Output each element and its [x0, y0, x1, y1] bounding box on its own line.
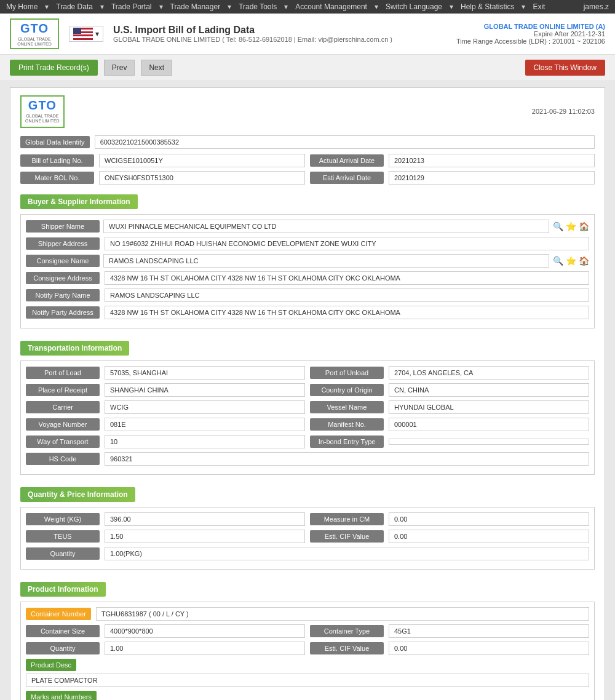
nav-switch-lang[interactable]: Switch Language [386, 2, 442, 11]
notify-name-row: Notify Party Name RAMOS LANDSCAPING LLC [26, 288, 589, 302]
container-num-label: Container Number [26, 608, 91, 620]
teus-label: TEUS [26, 530, 100, 543]
product-desc-label: Product Desc [26, 659, 76, 671]
country-origin-value: CN, CHINA [389, 383, 589, 397]
shipper-search-icon[interactable]: 🔍 [553, 221, 563, 231]
close-top-button[interactable]: Close This Window [525, 60, 605, 76]
teus-row: TEUS 1.50 Esti. CIF Value 0.00 [26, 530, 589, 543]
time-range-label: Time Range Accessible (LDR) : 201001 ~ 2… [456, 38, 605, 45]
hs-row: HS Code 960321 [26, 452, 589, 466]
notify-name-value: RAMOS LANDSCAPING LLC [105, 288, 589, 302]
marks-label: Marks and Numbers [26, 691, 97, 700]
consignee-address-label: Consignee Address [26, 272, 100, 284]
esti-arrival-label: Esti Arrival Date [310, 172, 384, 184]
manifest-label: Manifest No. [310, 418, 384, 431]
esti-cif-label: Esti. CIF Value [310, 530, 384, 543]
prod-cif-label: Esti. CIF Value [310, 642, 384, 654]
nav-trade-data[interactable]: Trade Data [56, 2, 93, 11]
container-num-value: TGHU6831987 ( 00 / L / CY ) [96, 607, 589, 621]
shipper-name-value: WUXI PINNACLE MECHANICAL EQUIPMENT CO LT… [103, 220, 549, 233]
consignee-home-icon[interactable]: 🏠 [579, 256, 589, 266]
prod-qty-row: Quantity 1.00 Esti. CIF Value 0.00 [26, 642, 589, 655]
weight-value: 396.00 [105, 512, 305, 526]
nav-help[interactable]: Help & Statistics [461, 2, 514, 11]
consignee-action-icons: 🔍 ⭐ 🏠 [553, 256, 589, 266]
prev-top-button[interactable]: Prev [104, 60, 135, 76]
shipper-address-row: Shipper Address NO 19#6032 ZHIHUI ROAD H… [26, 237, 589, 250]
document-date: 2021-06-29 11:02:03 [532, 108, 595, 115]
marks-block: Marks and Numbers NO MARKS [26, 691, 589, 700]
header-right-info: GLOBAL TRADE ONLINE LIMITED (A) Expire A… [456, 23, 605, 45]
notify-address-value: 4328 NW 16 TH ST OKLAHOMA CITY 4328 NW 1… [105, 306, 589, 319]
vessel-name-value: HYUNDAI GLOBAL [389, 400, 589, 414]
global-id-label: Global Data Identity [20, 136, 90, 148]
port-unload-label: Port of Unload [310, 367, 384, 379]
bol-no-value: WCIGSE1010051Y [99, 154, 305, 167]
in-bond-value [389, 439, 589, 445]
top-toolbar: Print Trade Record(s) Prev Next Close Th… [0, 55, 615, 81]
prod-cif-value: 0.00 [389, 642, 589, 655]
prod-qty-label: Quantity [26, 642, 100, 654]
port-row: Port of Load 57035, SHANGHAI Port of Unl… [26, 366, 589, 380]
shipper-star-icon[interactable]: ⭐ [566, 221, 576, 231]
way-transport-value: 10 [105, 435, 305, 448]
nav-sep1: ▾ [45, 2, 49, 11]
page-title: U.S. Import Bill of Lading Data [113, 25, 456, 36]
consignee-name-label: Consignee Name [26, 255, 100, 267]
top-navigation: My Home ▾ Trade Data ▾ Trade Portal ▾ Tr… [0, 0, 615, 14]
country-flag[interactable]: ▾ [69, 26, 103, 42]
qty-label: Quantity [26, 547, 100, 560]
qty-price-header: Quantity & Price Information [20, 487, 135, 502]
container-num-row: Container Number TGHU6831987 ( 00 / L / … [26, 607, 589, 621]
place-receipt-value: SHANGHAI CHINA [105, 383, 305, 397]
country-origin-label: Country of Origin [310, 384, 384, 396]
weight-label: Weight (KG) [26, 513, 100, 525]
document-card: GTO GLOBAL TRADEONLINE LIMITED 2021-06-2… [10, 87, 605, 700]
nav-sep7: ▾ [450, 2, 453, 11]
shipper-name-label: Shipper Name [26, 220, 100, 233]
flag-dropdown-icon: ▾ [95, 30, 99, 38]
actual-arrival-label: Actual Arrival Date [310, 154, 384, 167]
nav-trade-manager[interactable]: Trade Manager [170, 2, 221, 11]
user-name: james.z [584, 2, 609, 11]
buyer-supplier-box: Shipper Name WUXI PINNACLE MECHANICAL EQ… [20, 214, 595, 328]
esti-cif-value: 0.00 [389, 530, 589, 543]
expire-label: Expire After 2021-12-31 [456, 30, 605, 38]
voyage-row: Voyage Number 081E Manifest No. 000001 [26, 418, 589, 431]
nav-sep8: ▾ [522, 2, 525, 11]
qty-price-box: Weight (KG) 396.00 Measure in CM 0.00 TE… [20, 507, 595, 570]
print-top-button[interactable]: Print Trade Record(s) [10, 60, 98, 76]
container-size-label: Container Size [26, 625, 100, 637]
doc-header-row: GTO GLOBAL TRADEONLINE LIMITED 2021-06-2… [20, 95, 595, 128]
consignee-address-row: Consignee Address 4328 NW 16 TH ST OKLAH… [26, 271, 589, 285]
nav-my-home[interactable]: My Home [6, 2, 38, 11]
manifest-value: 000001 [389, 418, 589, 431]
shipper-address-value: NO 19#6032 ZHIHUI ROAD HUISHAN ECONOMIC … [105, 237, 589, 250]
next-top-button[interactable]: Next [141, 60, 172, 76]
nav-account-mgmt[interactable]: Account Management [295, 2, 367, 11]
transportation-header: Transportation Information [20, 341, 129, 356]
nav-sep6: ▾ [375, 2, 378, 11]
nav-sep3: ▾ [159, 2, 163, 11]
hs-code-label: HS Code [26, 453, 100, 465]
in-bond-label: In-bond Entry Type [310, 436, 384, 448]
page-header: GTO GLOBAL TRADEONLINE LIMITED ▾ U.S. Im… [0, 14, 615, 55]
voyage-value: 081E [105, 418, 305, 431]
shipper-home-icon[interactable]: 🏠 [579, 221, 589, 231]
mater-bol-label: Mater BOL No. [20, 172, 94, 184]
nav-trade-tools[interactable]: Trade Tools [239, 2, 277, 11]
nav-sep2: ▾ [100, 2, 104, 11]
carrier-value: WCIG [105, 400, 305, 414]
carrier-row: Carrier WCIG Vessel Name HYUNDAI GLOBAL [26, 400, 589, 414]
nav-trade-portal[interactable]: Trade Portal [111, 2, 152, 11]
product-header: Product Information [20, 582, 106, 597]
vessel-name-label: Vessel Name [310, 401, 384, 413]
product-box: Container Number TGHU6831987 ( 00 / L / … [20, 602, 595, 700]
voyage-label: Voyage Number [26, 418, 100, 431]
product-section: Product Information Container Number TGH… [20, 576, 595, 700]
consignee-search-icon[interactable]: 🔍 [553, 256, 563, 266]
notify-address-label: Notify Party Address [26, 306, 100, 319]
mater-bol-row: Mater BOL No. ONEYSH0FSDT51300 Esti Arri… [20, 171, 595, 185]
nav-exit[interactable]: Exit [533, 2, 545, 11]
consignee-star-icon[interactable]: ⭐ [566, 256, 576, 266]
